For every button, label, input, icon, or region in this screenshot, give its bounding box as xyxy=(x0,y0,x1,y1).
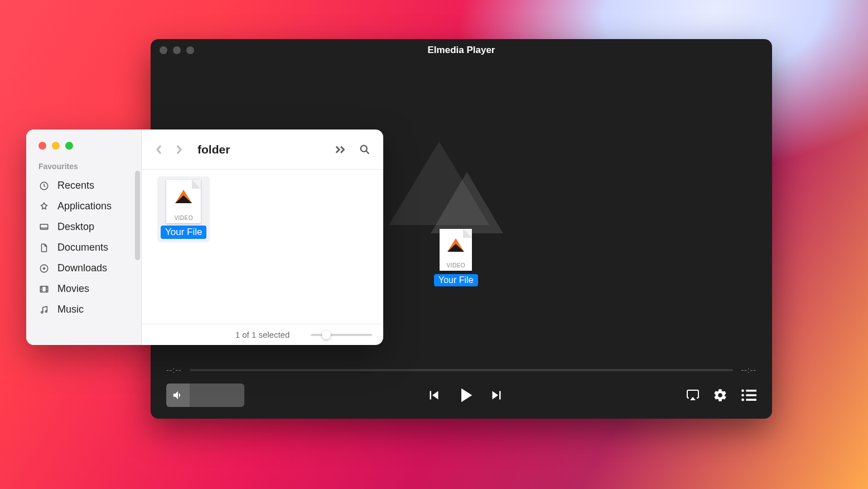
time-remaining: --:-- xyxy=(741,366,756,375)
zoom-window-button[interactable] xyxy=(65,142,73,150)
sidebar-item-label: Music xyxy=(57,304,84,315)
file-label: Your File xyxy=(161,226,206,239)
nav-forward-button[interactable] xyxy=(174,143,184,156)
svg-rect-6 xyxy=(746,399,756,401)
folder-title: folder xyxy=(197,143,230,156)
svg-point-3 xyxy=(741,394,744,397)
finder-main: folder VIDEO Your File 1 of xyxy=(142,130,383,345)
finder-status-bar: 1 of 1 selected xyxy=(142,324,383,345)
clock-icon xyxy=(38,180,50,191)
player-title: Elmedia Player xyxy=(151,45,772,56)
svg-point-12 xyxy=(45,310,47,312)
sidebar-item-applications[interactable]: Applications xyxy=(26,196,141,217)
sidebar-item-music[interactable]: Music xyxy=(26,299,141,320)
volume-control[interactable] xyxy=(166,383,244,407)
sidebar-item-desktop[interactable]: Desktop xyxy=(26,217,141,237)
search-button[interactable] xyxy=(359,143,371,156)
sidebar-item-documents[interactable]: Documents xyxy=(26,237,141,258)
sidebar-item-label: Desktop xyxy=(57,221,94,233)
progress-row: --:-- --:-- xyxy=(151,362,772,378)
desktop-icon xyxy=(38,222,50,233)
sidebar-item-recents[interactable]: Recents xyxy=(26,175,141,196)
svg-point-11 xyxy=(41,311,43,313)
svg-marker-0 xyxy=(690,397,696,400)
video-file-icon: VIDEO xyxy=(166,180,201,223)
selection-status: 1 of 1 selected xyxy=(235,330,290,339)
svg-rect-4 xyxy=(746,394,756,396)
progress-slider[interactable] xyxy=(190,369,734,371)
dragged-file-label: Your File xyxy=(434,274,478,286)
sidebar-item-label: Applications xyxy=(57,200,112,212)
svg-point-5 xyxy=(741,399,744,401)
close-window-button[interactable] xyxy=(38,142,46,150)
sidebar-scrollbar[interactable] xyxy=(135,171,140,260)
volume-icon xyxy=(166,383,190,407)
play-button[interactable] xyxy=(454,383,477,407)
finder-file-grid[interactable]: VIDEO Your File xyxy=(142,170,383,324)
sidebar-item-label: Recents xyxy=(57,180,94,191)
svg-rect-10 xyxy=(40,286,48,292)
icon-size-slider[interactable] xyxy=(311,334,372,336)
finder-toolbar: folder xyxy=(142,130,383,170)
nav-back-button[interactable] xyxy=(154,143,164,156)
player-controls xyxy=(151,378,772,419)
more-actions-button[interactable] xyxy=(334,145,346,155)
movies-icon xyxy=(38,284,50,295)
apps-icon xyxy=(38,201,50,212)
next-track-button[interactable] xyxy=(488,387,505,404)
svg-point-13 xyxy=(361,145,367,151)
finder-window: Favourites Recents Applications Desktop … xyxy=(26,130,383,345)
player-titlebar: Elmedia Player xyxy=(151,39,772,61)
sidebar-item-label: Movies xyxy=(57,283,89,295)
sidebar-item-label: Documents xyxy=(57,242,108,253)
svg-point-1 xyxy=(741,390,744,392)
previous-track-button[interactable] xyxy=(426,387,442,404)
music-icon xyxy=(38,304,50,315)
time-elapsed: --:-- xyxy=(166,366,182,375)
sidebar-item-movies[interactable]: Movies xyxy=(26,279,141,299)
sidebar-favourites-heading: Favourites xyxy=(26,162,141,175)
finder-sidebar: Favourites Recents Applications Desktop … xyxy=(26,130,142,345)
dragged-file-preview: VIDEO Your File xyxy=(434,229,478,286)
sidebar-item-downloads[interactable]: Downloads xyxy=(26,258,141,279)
playlist-button[interactable] xyxy=(741,389,756,402)
video-file-icon: VIDEO xyxy=(440,229,472,271)
airplay-button[interactable] xyxy=(686,389,700,402)
download-icon xyxy=(38,263,50,274)
document-icon xyxy=(38,242,50,253)
settings-button[interactable] xyxy=(713,388,727,402)
svg-rect-8 xyxy=(40,224,48,229)
file-item[interactable]: VIDEO Your File xyxy=(157,176,210,242)
minimize-window-button[interactable] xyxy=(52,142,60,150)
svg-rect-2 xyxy=(746,390,756,392)
triangle-icon xyxy=(431,172,503,233)
sidebar-item-label: Downloads xyxy=(57,262,107,274)
finder-traffic-lights xyxy=(26,142,141,162)
